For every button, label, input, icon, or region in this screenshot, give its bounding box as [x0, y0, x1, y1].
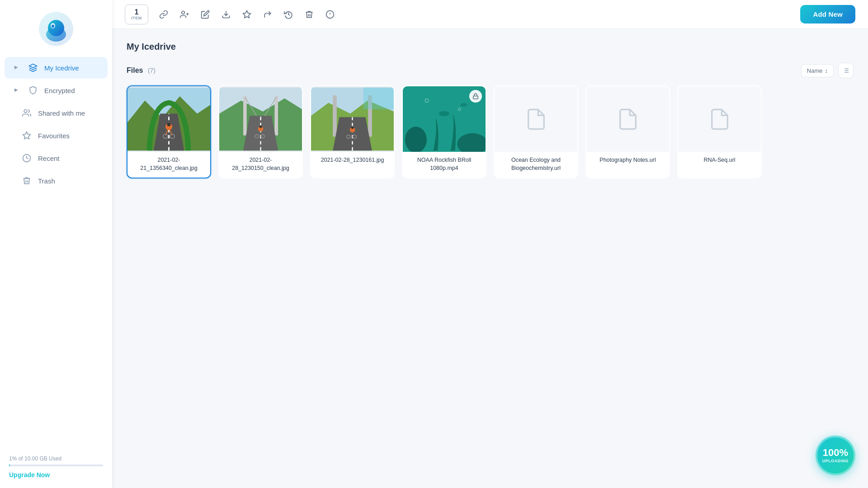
svg-point-43 — [259, 125, 262, 128]
share-add-button[interactable] — [175, 5, 193, 23]
item-count-number: 1 — [135, 8, 139, 16]
edit-button[interactable] — [196, 5, 214, 23]
content-area: My Icedrive Files (7) Name ↕ — [112, 29, 868, 488]
sidebar-item-label: Shared with me — [38, 109, 85, 117]
sort-icon: ↕ — [825, 67, 828, 74]
logo-area — [0, 0, 112, 56]
clock-icon — [22, 153, 32, 163]
file-thumbnail — [403, 86, 486, 152]
svg-rect-37 — [274, 96, 278, 136]
svg-point-61 — [460, 103, 467, 107]
sidebar-item-recent[interactable]: Recent — [5, 147, 108, 169]
history-button[interactable] — [279, 5, 297, 23]
sidebar-item-my-icedrive[interactable]: ▶ My Icedrive — [5, 57, 108, 79]
files-header: Files (7) Name ↕ — [127, 63, 854, 78]
sidebar-item-label: Recent — [38, 155, 60, 162]
file-name: Ocean Ecology and Biogeochemistry.url — [495, 152, 577, 178]
svg-marker-8 — [23, 132, 31, 139]
file-name: RNA-Seq.url — [678, 152, 761, 170]
logo-icon — [38, 11, 74, 47]
files-label: Files — [127, 66, 143, 74]
sidebar-item-label: Favourites — [38, 132, 70, 140]
file-name: Photography Notes.url — [586, 152, 669, 170]
file-item[interactable]: RNA-Seq.url — [677, 85, 762, 178]
sidebar-bottom: 1% of 10.00 GB Used Upgrade Now — [0, 448, 112, 488]
file-placeholder-icon — [524, 108, 548, 131]
svg-marker-14 — [243, 10, 251, 18]
sidebar-item-label: Encrypted — [44, 87, 75, 94]
sidebar: ▶ My Icedrive ▶ Encrypted — [0, 0, 112, 488]
expand-icon: ▶ — [14, 87, 21, 94]
file-thumbnail — [495, 86, 577, 152]
sidebar-item-label: Trash — [38, 177, 55, 185]
file-item[interactable]: Photography Notes.url — [585, 85, 670, 178]
file-grid: 2021-02-21_1356340_clean.jpg — [127, 85, 854, 178]
sidebar-nav: ▶ My Icedrive ▶ Encrypted — [0, 56, 112, 192]
svg-point-54 — [351, 126, 354, 129]
svg-rect-48 — [333, 95, 337, 137]
file-thumbnail — [678, 86, 761, 152]
file-name: 2021-02-28_1230161.jpg — [311, 152, 394, 170]
delete-button[interactable] — [300, 5, 318, 23]
file-thumbnail — [311, 86, 394, 152]
files-controls: Name ↕ — [801, 63, 854, 78]
svg-marker-50 — [333, 117, 372, 150]
svg-rect-64 — [473, 96, 478, 99]
file-name: 2021-02-28_1230150_clean.jpg — [219, 152, 302, 178]
file-name: NOAA Rockfish BRoll 1080p.mp4 — [403, 152, 486, 178]
svg-marker-6 — [29, 64, 37, 68]
item-count-badge: 1 ITEM — [125, 5, 148, 24]
file-thumbnail — [127, 86, 210, 152]
file-item[interactable]: 2021-02-28_1230150_clean.jpg — [218, 85, 303, 178]
layers-icon — [28, 63, 38, 73]
trash-icon — [22, 176, 32, 186]
upload-ring — [816, 436, 855, 475]
svg-point-2 — [48, 20, 64, 36]
storage-bar-fill — [9, 465, 10, 466]
storage-bar-background — [9, 465, 103, 466]
sidebar-item-label: My Icedrive — [44, 64, 79, 72]
file-item[interactable]: NOAA Rockfish BRoll 1080p.mp4 — [402, 85, 486, 178]
sort-label: Name — [807, 67, 823, 74]
favourite-button[interactable] — [238, 5, 256, 23]
files-count: (7) — [148, 67, 156, 74]
upgrade-button[interactable]: Upgrade Now — [9, 471, 50, 479]
svg-point-7 — [24, 110, 27, 113]
main-area: 1 ITEM — [112, 0, 868, 488]
sort-button[interactable]: Name ↕ — [801, 64, 834, 77]
add-new-button[interactable]: Add New — [800, 5, 855, 23]
svg-point-60 — [439, 111, 449, 117]
storage-text: 1% of 10.00 GB Used — [9, 455, 103, 462]
forward-button[interactable] — [259, 5, 277, 23]
sidebar-item-favourites[interactable]: Favourites — [5, 125, 108, 146]
toolbar: 1 ITEM — [112, 0, 868, 29]
sidebar-item-shared-with-me[interactable]: Shared with me — [5, 102, 108, 124]
star-icon — [22, 131, 32, 141]
item-count-label: ITEM — [131, 16, 142, 20]
list-view-button[interactable] — [838, 63, 854, 78]
file-name: 2021-02-21_1356340_clean.jpg — [127, 152, 210, 178]
svg-point-29 — [167, 123, 171, 127]
svg-point-58 — [405, 127, 427, 152]
svg-point-10 — [182, 11, 185, 14]
page-title: My Icedrive — [127, 42, 854, 52]
lock-badge — [469, 90, 482, 103]
file-placeholder-icon — [708, 108, 731, 131]
sidebar-item-trash[interactable]: Trash — [5, 170, 108, 192]
svg-rect-36 — [243, 96, 247, 136]
file-item[interactable]: Ocean Ecology and Biogeochemistry.url — [494, 85, 578, 178]
expand-icon: ▶ — [14, 65, 21, 71]
file-item[interactable]: 2021-02-21_1356340_clean.jpg — [127, 85, 211, 178]
people-icon — [22, 108, 32, 118]
download-button[interactable] — [217, 5, 235, 23]
shield-icon — [28, 85, 38, 95]
upload-progress-circle: 100% UPLOADING — [816, 436, 855, 475]
file-item[interactable]: 2021-02-28_1230161.jpg — [310, 85, 395, 178]
svg-rect-52 — [363, 88, 394, 109]
info-button[interactable] — [321, 5, 339, 23]
link-button[interactable] — [155, 5, 173, 23]
svg-point-4 — [52, 25, 54, 28]
files-section-label: Files (7) — [127, 66, 156, 75]
file-thumbnail — [219, 86, 302, 152]
sidebar-item-encrypted[interactable]: ▶ Encrypted — [5, 80, 108, 101]
